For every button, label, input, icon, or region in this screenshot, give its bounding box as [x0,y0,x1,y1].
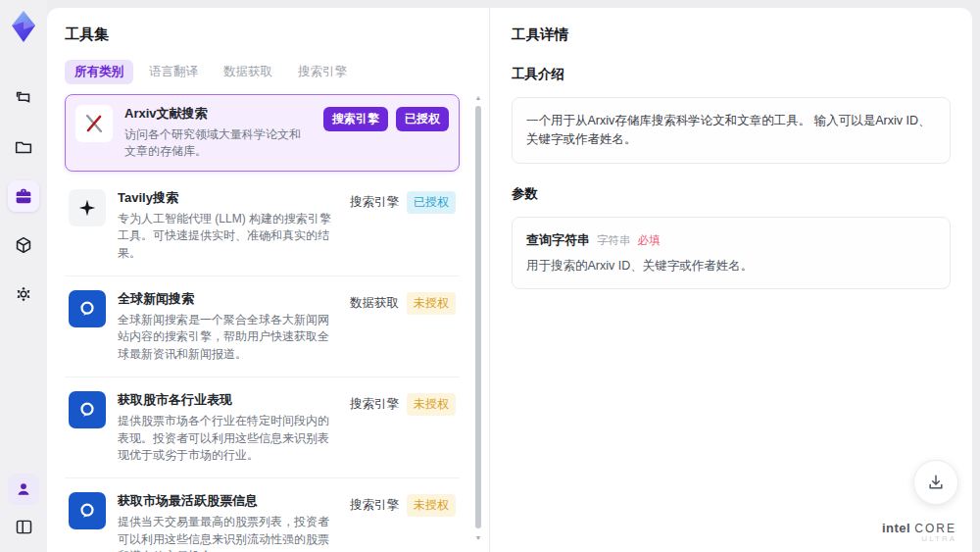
param-name: 查询字符串 [526,231,590,249]
tab-language-translation[interactable]: 语言翻译 [139,60,208,84]
chat-icon [13,87,34,109]
user-icon [14,479,33,499]
tool-card-arxiv[interactable]: Arxiv文献搜索 访问各个研究领域大量科学论文和文章的存储库。 搜索引擎 已授… [65,94,460,172]
brand-ultra-text: ultra [882,535,956,544]
panel-toggle-icon [14,517,34,537]
sidebar-item-panel-toggle[interactable] [8,511,39,542]
tab-search-engine[interactable]: 搜索引擎 [288,60,357,84]
tool-description: 全球新闻搜索是一个聚合全球各大新闻网站内容的搜索引擎，帮助用户快速获取全球最新资… [118,312,338,363]
tools-list-panel: 工具集 所有类别 语言翻译 数据获取 搜索引擎 Arxiv文献搜索 访问各个研究… [47,8,490,552]
category-tabs: 所有类别 语言翻译 数据获取 搜索引擎 [65,60,471,84]
sidebar-item-plugins[interactable] [8,229,39,261]
param-card: 查询字符串 字符串 必填 用于搜索的Arxiv ID、关键字或作者姓名。 [512,217,951,289]
main-panel: 工具集 所有类别 语言翻译 数据获取 搜索引擎 Arxiv文献搜索 访问各个研究… [47,8,972,552]
scrollbar-thumb[interactable] [475,106,481,528]
tab-data-fetch[interactable]: 数据获取 [214,60,282,84]
tool-card-global-news[interactable]: 全球新闻搜索 全球新闻搜索是一个聚合全球各大新闻网站内容的搜索引擎，帮助用户快速… [65,276,460,377]
sparkle-logo-icon [69,189,106,226]
app-logo [9,10,38,43]
param-type: 字符串 [597,233,631,248]
tool-intro-text: 一个用于从Arxiv存储库搜索科学论文和文章的工具。 输入可以是Arxiv ID… [512,97,951,164]
category-label: 搜索引擎 [350,497,399,514]
scroll-down-arrow[interactable]: ▼ [474,534,482,542]
download-button[interactable] [913,460,958,505]
auth-status-badge: 未授权 [407,292,456,315]
auth-status-badge: 未授权 [407,494,456,517]
tool-card-list: Arxiv文献搜索 访问各个研究领域大量科学论文和文章的存储库。 搜索引擎 已授… [65,94,471,552]
brand-core-text: core [914,522,956,535]
param-description: 用于搜索的Arxiv ID、关键字或作者姓名。 [526,258,936,275]
auth-status-badge: 已授权 [396,107,449,131]
page-title: 工具集 [65,25,471,44]
settings-icon [13,283,34,305]
params-heading: 参数 [512,185,951,203]
news-app-logo-icon [69,492,106,529]
toolbox-icon [13,185,34,207]
auth-status-badge: 未授权 [407,393,456,416]
intel-core-logo: intel core ultra [882,522,956,544]
tool-description: 专为人工智能代理 (LLM) 构建的搜索引擎工具。可快速提供实时、准确和真实的结… [118,211,338,262]
arxiv-logo-icon [75,105,113,142]
category-label: 数据获取 [350,295,399,312]
tool-card-most-active-stocks[interactable]: 获取市场最活跃股票信息 提供当天交易量最高的股票列表，投资者可以利用这些信息来识… [65,478,460,552]
scroll-up-arrow[interactable]: ▲ [474,94,482,102]
left-sidebar [0,0,47,552]
brand-intel-text: intel [882,521,910,535]
cube-icon [13,234,34,256]
folder-icon [13,136,34,158]
sidebar-item-tools[interactable] [8,180,39,212]
tool-name: 全球新闻搜索 [118,290,338,308]
intro-heading: 工具介绍 [512,66,951,83]
details-title: 工具详情 [512,25,951,44]
tool-description: 提供股票市场各个行业在特定时间段内的表现。投资者可以利用这些信息来识别表现优于或… [118,413,338,464]
download-icon [926,473,946,492]
category-label: 搜索引擎 [350,396,399,413]
sidebar-item-account[interactable] [8,474,39,505]
news-app-logo-icon [69,391,106,428]
list-scrollbar[interactable]: ▲ ▼ [474,94,482,542]
tool-name: 获取市场最活跃股票信息 [118,492,338,510]
tool-details-panel: 工具详情 工具介绍 一个用于从Arxiv存储库搜索科学论文和文章的工具。 输入可… [490,8,972,552]
sidebar-item-files[interactable] [8,131,39,163]
tab-all-categories[interactable]: 所有类别 [65,60,133,84]
auth-status-badge: 已授权 [407,191,456,214]
tool-description: 访问各个研究领域大量科学论文和文章的存储库。 [124,126,312,161]
tool-name: Arxiv文献搜索 [124,105,312,123]
tool-card-tavily[interactable]: Tavily搜索 专为人工智能代理 (LLM) 构建的搜索引擎工具。可快速提供实… [65,176,460,276]
sidebar-item-settings[interactable] [8,278,39,310]
tool-name: 获取股市各行业表现 [118,391,338,409]
tool-name: Tavily搜索 [118,189,338,207]
category-label: 搜索引擎 [350,194,399,211]
param-required-flag: 必填 [638,233,661,248]
tool-card-sector-performance[interactable]: 获取股市各行业表现 提供股票市场各个行业在特定时间段内的表现。投资者可以利用这些… [65,377,460,478]
news-app-logo-icon [69,290,106,327]
sidebar-item-chat[interactable] [8,82,39,114]
tool-description: 提供当天交易量最高的股票列表，投资者可以利用这些信息来识别流动性强的股票和潜在的… [118,514,338,552]
category-badge: 搜索引擎 [323,107,388,131]
